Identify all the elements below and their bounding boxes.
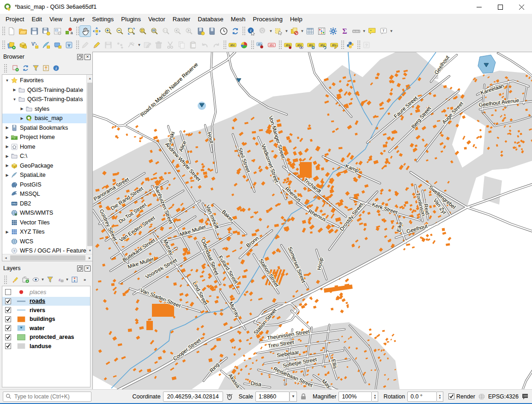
coordinate-value[interactable]: 20.46259,-34.02814: [163, 392, 223, 402]
rotation-value[interactable]: 0.0 °: [407, 392, 437, 402]
menu-database[interactable]: Database: [194, 14, 227, 24]
layout-icon[interactable]: [52, 25, 63, 37]
eye-icon[interactable]: [30, 275, 41, 285]
abPin-icon[interactable]: ab: [254, 39, 266, 51]
browser-item-styles[interactable]: ▶styles: [2, 104, 86, 114]
render-checkbox[interactable]: Render: [448, 393, 475, 400]
menu-settings[interactable]: Settings: [88, 14, 117, 24]
zoomIn-icon[interactable]: [103, 25, 114, 37]
funnel-icon[interactable]: [30, 63, 41, 73]
layer-visibility-checkbox[interactable]: [5, 307, 11, 313]
abcRed-icon[interactable]: abc: [266, 39, 278, 51]
sigma-icon[interactable]: Σ: [339, 25, 351, 37]
attrTable-icon[interactable]: [304, 25, 316, 37]
lock-icon[interactable]: [299, 392, 308, 401]
browser-item-spatial-bookmarks[interactable]: ▶Spatial Bookmarks: [2, 123, 86, 133]
browser-item-vector-tiles[interactable]: Vector Tiles: [2, 218, 86, 228]
layer-item-landuse[interactable]: landuse: [2, 342, 90, 351]
redo-icon[interactable]: [211, 39, 222, 51]
zoomFull-icon[interactable]: [126, 25, 137, 37]
floppy-icon[interactable]: [29, 25, 40, 37]
menu-plugins[interactable]: Plugins: [117, 14, 145, 24]
expand-arrow-icon[interactable]: ▶: [4, 145, 10, 149]
browser-item-home[interactable]: ▶Home: [2, 142, 86, 152]
toolbar-separator[interactable]: [223, 40, 226, 50]
toolbar-separator[interactable]: [1, 40, 5, 50]
mouse-position-icon[interactable]: [225, 392, 234, 401]
addLayerBack-icon[interactable]: [10, 63, 20, 73]
maximize-button[interactable]: [490, 0, 511, 14]
browser-item-db2[interactable]: DB2DB2: [2, 199, 86, 209]
lblPin-icon[interactable]: abc: [282, 39, 294, 51]
rotation-spinner[interactable]: ▲▼: [437, 392, 443, 402]
expand-arrow-icon[interactable]: ▶: [4, 126, 10, 130]
messages-icon[interactable]: [521, 392, 529, 401]
toolbar-separator[interactable]: [278, 40, 282, 50]
zoomLast-icon[interactable]: [172, 25, 183, 37]
pencilDd-icon[interactable]: [79, 39, 91, 51]
browser-item-qgis-training-data-s[interactable]: ▼QGIS-Training-Data\s: [2, 95, 86, 104]
layer-visibility-checkbox[interactable]: [5, 298, 11, 304]
collapse-icon[interactable]: [41, 63, 51, 73]
map-canvas[interactable]: Road to Marloth Nature ReserveBuirskiAli…: [92, 52, 532, 389]
layer-item-protected_areas[interactable]: protected_areas: [2, 333, 90, 342]
browser-item-wms-wmts[interactable]: WMS/WMTS: [2, 208, 86, 218]
browser-item-wcs[interactable]: WCS: [2, 237, 86, 247]
browser-item-qgis-training-data-e[interactable]: ▶QGIS-Training-Data\e: [2, 85, 86, 95]
pie-icon[interactable]: [238, 39, 250, 51]
layer-visibility-checkbox[interactable]: [5, 289, 11, 295]
style-icon[interactable]: a: [63, 25, 75, 37]
trash-icon[interactable]: [153, 39, 164, 51]
bookmarkAdd-icon[interactable]: [195, 25, 206, 37]
zoomNative-icon[interactable]: 1:1: [160, 25, 172, 37]
layer-item-buildings[interactable]: buildings: [2, 315, 90, 324]
browser-item-favorites[interactable]: ▼Favorites: [2, 76, 86, 85]
menu-mesh[interactable]: Mesh: [227, 14, 249, 24]
toolbar-separator[interactable]: [250, 40, 254, 50]
addGroup-icon[interactable]: [20, 275, 30, 285]
expand-arrow-icon[interactable]: ▼: [12, 97, 18, 102]
menu-view[interactable]: View: [46, 14, 66, 24]
funnel-icon[interactable]: [45, 275, 55, 285]
locator-box[interactable]: [3, 392, 91, 402]
browser-item-postgis[interactable]: PostGIS: [2, 180, 86, 190]
layers-close-button[interactable]: ✕: [85, 265, 91, 271]
zoomSel-icon[interactable]: [137, 25, 149, 37]
hand-icon[interactable]: [79, 25, 91, 37]
expand-arrow-icon[interactable]: ▶: [19, 107, 25, 111]
layers-float-button[interactable]: [77, 265, 83, 271]
expand-arrow-icon[interactable]: ▶: [4, 163, 10, 168]
layer-visibility-checkbox[interactable]: [5, 316, 11, 322]
clock-icon[interactable]: [218, 25, 230, 37]
vertex-icon[interactable]: [126, 39, 137, 51]
addFeat-icon[interactable]: [114, 39, 126, 51]
layer-visibility-checkbox[interactable]: [5, 343, 11, 349]
toolbar-separator[interactable]: [75, 26, 79, 36]
vertex-dropdown[interactable]: ▼: [137, 39, 141, 51]
pencil-icon[interactable]: [91, 39, 103, 51]
scale-value[interactable]: 1:8860: [255, 392, 290, 402]
folderO-icon[interactable]: [17, 25, 29, 37]
expand-arrow-icon[interactable]: ▶: [4, 154, 10, 158]
toolbar-separator[interactable]: [340, 40, 344, 50]
menu-processing[interactable]: Processing: [249, 14, 286, 24]
expand-arrow-icon[interactable]: ▶: [4, 173, 10, 177]
refresh-icon[interactable]: [20, 63, 30, 73]
layer-item-water[interactable]: water: [2, 324, 90, 333]
action-dropdown[interactable]: ▼: [269, 25, 273, 37]
deselect-icon[interactable]: [289, 25, 300, 37]
measure-dropdown[interactable]: ▼: [362, 25, 366, 37]
newspl-icon[interactable]: [40, 39, 52, 51]
zoomLayer-icon[interactable]: [149, 25, 160, 37]
infoBlue-icon[interactable]: i: [51, 63, 61, 73]
menu-help[interactable]: Help: [286, 14, 306, 24]
lblShow-icon[interactable]: abc: [294, 39, 305, 51]
lblRot-icon[interactable]: abc: [317, 39, 328, 51]
layer-item-rivers[interactable]: rivers: [2, 306, 90, 315]
menu-edit[interactable]: Edit: [28, 14, 45, 24]
browser-item-project-home[interactable]: ▶Project Home: [2, 133, 86, 142]
layer-visibility-checkbox[interactable]: [5, 334, 11, 340]
expand-arrow-icon[interactable]: ▶: [4, 135, 10, 139]
layer-visibility-checkbox[interactable]: [5, 325, 11, 331]
identify-icon[interactable]: i: [246, 25, 257, 37]
